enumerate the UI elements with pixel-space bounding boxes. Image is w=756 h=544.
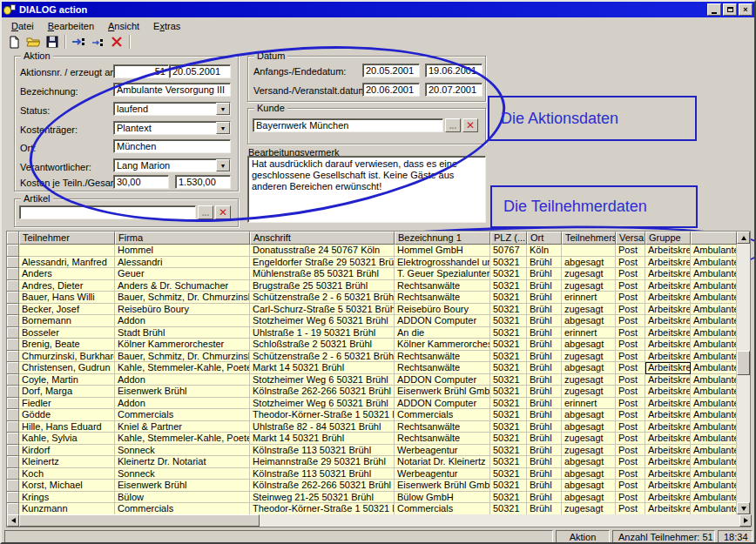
ort-input[interactable] bbox=[113, 139, 231, 153]
table-cell[interactable]: Ambulante bbox=[691, 304, 737, 316]
table-cell[interactable]: Post bbox=[616, 280, 645, 292]
table-cell[interactable]: Ambulante bbox=[691, 398, 737, 410]
row-selector[interactable] bbox=[7, 280, 19, 292]
table-row[interactable]: Kahle, SylviaKahle, Stemmeler-Kahle, Poe… bbox=[7, 433, 737, 445]
table-cell[interactable]: Theodor-Körner-Straße 1 50321 Brühl bbox=[250, 409, 395, 421]
table-cell[interactable]: Elektrogrosshandel und I... bbox=[395, 257, 490, 269]
table-cell[interactable]: abgesagt bbox=[562, 492, 616, 504]
table-cell[interactable]: Arbeitskreis I bbox=[645, 433, 691, 445]
vertical-scroll-thumb[interactable] bbox=[737, 351, 750, 375]
row-selector[interactable] bbox=[7, 386, 19, 398]
table-cell[interactable]: Arbeitskreis I bbox=[645, 492, 691, 504]
table-cell[interactable]: Donatusstraße 24 50767 Köln bbox=[250, 245, 395, 257]
table-row[interactable]: Bauer, Hans WilliBauer, Schmitz, Dr. Chm… bbox=[7, 292, 737, 304]
table-cell[interactable]: 50321 bbox=[490, 468, 527, 480]
table-cell[interactable]: Kölnstraße 262-266 50321 Brühl bbox=[250, 386, 395, 398]
table-row[interactable]: Coyle, MartinAddonStotzheimer Weg 6 5032… bbox=[7, 374, 737, 386]
table-cell[interactable]: Christensen, Gudrun bbox=[19, 362, 115, 374]
table-row[interactable]: KunzmannCommercialsTheodor-Körner-Straße… bbox=[7, 503, 737, 515]
table-cell[interactable]: Brühl bbox=[527, 339, 562, 351]
table-cell[interactable]: Hommel GmbH bbox=[395, 245, 490, 257]
table-cell[interactable]: Coyle, Martin bbox=[19, 374, 115, 386]
kostentraeger-combobox[interactable]: Plantext bbox=[113, 121, 231, 135]
verantwortlicher-combobox[interactable]: Lang Marion bbox=[113, 158, 231, 172]
table-row[interactable]: KringsBülowSteinweg 21-25 50321 BrühlBül… bbox=[7, 492, 737, 504]
table-cell[interactable]: Post bbox=[616, 421, 645, 433]
table-cell[interactable]: Post bbox=[616, 480, 645, 492]
delete-record-button[interactable] bbox=[107, 34, 126, 50]
table-cell[interactable]: Reisebüro Boury bbox=[115, 304, 250, 316]
table-cell[interactable]: erinnert bbox=[562, 327, 616, 339]
table-cell[interactable]: Ambulante bbox=[691, 292, 737, 304]
table-cell[interactable]: Kirdorf bbox=[19, 445, 115, 457]
table-cell[interactable]: Post bbox=[616, 304, 645, 316]
table-cell[interactable]: Anders bbox=[19, 268, 115, 280]
table-cell[interactable]: Post bbox=[616, 398, 645, 410]
table-cell[interactable]: Anders & Dr. Schumacher bbox=[115, 280, 250, 292]
table-cell[interactable]: Arbeitskreis I bbox=[645, 280, 691, 292]
table-cell[interactable]: Brenig, Beate bbox=[19, 339, 115, 351]
table-cell[interactable]: Ambulante bbox=[691, 339, 737, 351]
table-cell[interactable]: abgesagt bbox=[562, 480, 616, 492]
grid-header-selector[interactable] bbox=[7, 232, 19, 245]
grid-header-Teilnehmer[interactable]: Teilnehmer bbox=[19, 232, 115, 245]
kunde-input[interactable] bbox=[253, 118, 443, 132]
table-cell[interactable]: An die bbox=[395, 327, 490, 339]
table-cell[interactable]: Becker, Josef bbox=[19, 304, 115, 316]
minimize-button[interactable] bbox=[707, 3, 721, 16]
table-cell[interactable]: Post bbox=[616, 245, 645, 257]
grid-header-Bezeichnung 1[interactable]: Bezeichnung 1 bbox=[395, 232, 490, 245]
table-cell[interactable]: Schloßstraße 2 50321 Brühl bbox=[250, 339, 395, 351]
table-cell[interactable]: Uhlstraße 1 - 19 50321 Brühl bbox=[250, 327, 395, 339]
table-cell[interactable] bbox=[562, 245, 616, 257]
table-cell[interactable]: Brühl bbox=[527, 315, 562, 327]
table-cell[interactable]: abgesagt bbox=[562, 468, 616, 480]
row-selector[interactable] bbox=[7, 327, 19, 339]
aktionsnr-input[interactable] bbox=[113, 64, 169, 78]
table-cell[interactable]: Arbeitskreis I bbox=[645, 304, 691, 316]
table-cell[interactable]: zugesagt bbox=[562, 386, 616, 398]
grid-header-Anschrift[interactable]: Anschrift bbox=[250, 232, 395, 245]
table-cell[interactable]: Ambulante bbox=[691, 280, 737, 292]
table-cell[interactable]: Arbeitskreis I bbox=[645, 409, 691, 421]
table-cell[interactable]: 50321 bbox=[490, 351, 527, 363]
vertical-scrollbar[interactable] bbox=[737, 232, 750, 514]
table-cell[interactable]: Bauer, Schmitz, Dr. Chmurzinski bbox=[115, 351, 250, 363]
table-row[interactable]: FiedlerAddonStotzheimer Weg 6 50321 Brüh… bbox=[7, 398, 737, 410]
new-button[interactable] bbox=[4, 34, 24, 50]
row-selector[interactable] bbox=[7, 257, 19, 269]
table-cell[interactable]: 50321 bbox=[490, 492, 527, 504]
table-cell[interactable]: Stotzheimer Weg 6 50321 Brühl bbox=[250, 398, 395, 410]
row-selector[interactable] bbox=[7, 339, 19, 351]
table-cell[interactable]: Post bbox=[616, 315, 645, 327]
table-cell[interactable]: Stadt Brühl bbox=[115, 327, 250, 339]
menu-extras[interactable]: Extras bbox=[147, 20, 186, 32]
table-cell[interactable]: Post bbox=[616, 492, 645, 504]
table-cell[interactable]: Rechtsanwälte bbox=[395, 280, 490, 292]
table-cell[interactable]: Commercials bbox=[395, 503, 490, 515]
table-cell[interactable]: Ambulante bbox=[691, 503, 737, 515]
table-cell[interactable]: 50321 bbox=[490, 409, 527, 421]
open-button[interactable] bbox=[24, 34, 43, 50]
table-cell[interactable]: Hille, Hans Eduard bbox=[19, 421, 115, 433]
table-cell[interactable]: Brühl bbox=[527, 409, 562, 421]
table-cell[interactable]: Ambulante bbox=[691, 468, 737, 480]
table-cell[interactable]: Kleinertz Dr. Notariat bbox=[115, 456, 250, 468]
bearbeitungsvermerk-memo[interactable]: Hat ausdrücklich darauf verwiesen, dass … bbox=[247, 156, 486, 223]
table-cell[interactable]: abgesagt bbox=[562, 339, 616, 351]
artikel-clear-button[interactable]: ✕ bbox=[215, 205, 231, 219]
scroll-right-button[interactable] bbox=[739, 514, 752, 527]
table-cell[interactable]: abgesagt bbox=[562, 409, 616, 421]
table-cell[interactable]: Ambulante bbox=[691, 456, 737, 468]
status-dropdown-icon[interactable]: ▼ bbox=[216, 103, 230, 115]
table-row[interactable]: Dorf, MargaEisenwerk BrühlKölnstraße 262… bbox=[7, 386, 737, 398]
row-selector[interactable] bbox=[7, 503, 19, 515]
table-cell[interactable]: Post bbox=[616, 268, 645, 280]
table-row[interactable]: Becker, JosefReisebüro BouryCarl-Schurz-… bbox=[7, 304, 737, 316]
table-row[interactable]: Korst, MichaelEisenwerk BrühlKölnstraße … bbox=[7, 480, 737, 492]
table-cell[interactable]: Post bbox=[616, 327, 645, 339]
row-selector[interactable] bbox=[7, 480, 19, 492]
table-cell[interactable]: Post bbox=[616, 445, 645, 457]
table-cell[interactable]: Arbeitskreis I bbox=[645, 374, 691, 386]
table-row[interactable]: HommelDonatusstraße 24 50767 KölnHommel … bbox=[7, 245, 737, 257]
